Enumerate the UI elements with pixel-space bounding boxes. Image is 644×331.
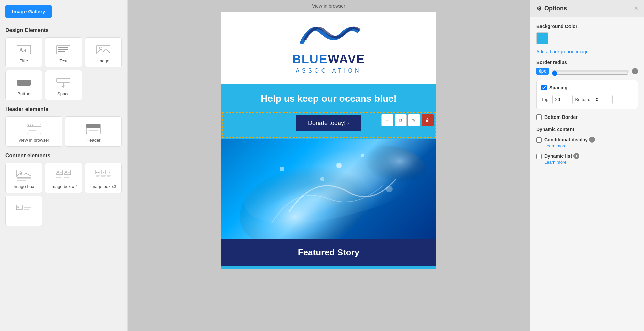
spacing-top-label: Top: (541, 97, 550, 102)
spacing-checkbox[interactable] (541, 85, 547, 90)
dynamic-list-right: Dynamic list i Learn more (544, 153, 579, 165)
email-logo: BLUE WAVE ASSOCIATION (228, 22, 430, 74)
add-background-image-link[interactable]: Add a background image (536, 49, 638, 54)
canvas-area: View in browser BLUE WAVE ASSOCIATION He… (128, 0, 530, 331)
duplicate-icon: ⧉ (399, 117, 402, 123)
spacing-fields: Top: Bottom: (541, 95, 633, 104)
element-card-image-text[interactable] (5, 196, 42, 226)
add-row-button[interactable]: + (381, 114, 393, 126)
element-card-image[interactable]: Image (85, 37, 122, 67)
row-toolbar: + ⧉ ✎ 🗑 (381, 114, 434, 126)
content-elements-grid: Image box Image box x2 (5, 163, 122, 226)
dynamic-list-checkbox[interactable] (536, 154, 542, 159)
image-gallery-button[interactable]: Image Gallery (5, 5, 52, 18)
element-card-header[interactable]: Header (65, 116, 122, 147)
brand-dark: WAVE (328, 52, 365, 66)
element-card-button[interactable]: Button (5, 70, 42, 100)
svg-rect-25 (17, 170, 31, 177)
options-close-button[interactable]: × (634, 5, 638, 12)
design-elements-heading: Design Elements (5, 27, 122, 33)
delete-row-button[interactable]: 🗑 (422, 114, 434, 126)
view-in-browser-text: View in browser (312, 3, 345, 9)
svg-point-17 (30, 124, 31, 126)
image-box-x2-icon (55, 169, 71, 182)
button-card-label: Button (17, 91, 30, 96)
spacing-bottom-label: Bottom: (575, 97, 590, 102)
spacing-bottom-input[interactable] (593, 95, 613, 104)
title-icon: Aa (16, 43, 32, 56)
border-radius-info-icon[interactable]: i (632, 68, 638, 74)
image-box-icon (16, 169, 32, 182)
text-icon (55, 43, 71, 56)
space-icon (55, 76, 71, 89)
svg-point-16 (28, 124, 29, 126)
spacing-section: Spacing Top: Bottom: (536, 80, 638, 109)
header-card-label: Header (86, 138, 101, 143)
svg-point-53 (336, 163, 342, 168)
content-elements-heading: Content elements (5, 153, 122, 159)
email-image-section (221, 139, 436, 239)
border-radius-slider[interactable] (552, 70, 629, 72)
edit-icon: ✎ (412, 117, 416, 123)
spacing-label: Spacing (549, 85, 567, 90)
add-icon: + (386, 117, 389, 123)
element-card-image-box-x2[interactable]: Image box x2 (45, 163, 82, 193)
bottom-border-checkbox[interactable] (536, 114, 542, 120)
conditional-display-right: Conditional display i Learn more (544, 137, 595, 148)
email-bottom-bar (221, 266, 436, 269)
svg-point-55 (320, 177, 324, 181)
email-header-section: BLUE WAVE ASSOCIATION (221, 12, 436, 84)
email-cta-section: Help us keep our oceans blue! (221, 84, 436, 111)
space-card-label: Space (57, 91, 70, 96)
conditional-display-checkbox[interactable] (536, 137, 542, 143)
email-button-row[interactable]: Donate today! › + ⧉ ✎ 🗑 (221, 111, 436, 139)
svg-point-56 (386, 186, 393, 192)
conditional-display-info-icon[interactable]: i (589, 137, 595, 143)
dynamic-content-title: Dynamic content (536, 127, 638, 132)
featured-story-heading: Featured Story (228, 247, 430, 258)
options-header: ⚙ Options × (530, 0, 644, 17)
header-elements-grid: View in browser Header (5, 116, 122, 147)
dynamic-list-learn-more[interactable]: Learn more (544, 160, 579, 165)
element-card-view-browser[interactable]: View in browser (5, 116, 62, 147)
options-title-text: Options (544, 5, 567, 12)
ocean-background (221, 139, 436, 239)
image-box-x3-card-label: Image box x3 (90, 184, 116, 189)
image-text-icon (16, 204, 32, 217)
element-card-space[interactable]: Space (45, 70, 82, 100)
spacing-header: Spacing (541, 85, 633, 90)
image-card-label: Image (97, 58, 109, 63)
duplicate-row-button[interactable]: ⧉ (395, 114, 407, 126)
wave-logo-svg (295, 22, 362, 49)
view-browser-icon (26, 122, 42, 136)
options-panel: ⚙ Options × Background Color Add a backg… (530, 0, 644, 331)
options-body: Background Color Add a background image … (530, 17, 644, 176)
image-box-x2-card-label: Image box x2 (50, 184, 77, 189)
dynamic-list-info-icon[interactable]: i (573, 153, 579, 159)
dynamic-list-row: Dynamic list i Learn more (536, 153, 638, 165)
edit-row-button[interactable]: ✎ (408, 114, 420, 126)
border-radius-input[interactable] (552, 70, 629, 76)
donate-button[interactable]: Donate today! › (296, 115, 361, 131)
svg-point-18 (32, 124, 33, 126)
header-elements-heading: Header elements (5, 106, 122, 112)
image-icon (95, 43, 111, 56)
text-card-label: Text (60, 58, 68, 63)
bottom-border-row: Bottom Border (536, 114, 638, 120)
border-radius-container: 0px i (536, 68, 638, 75)
svg-rect-12 (57, 78, 70, 82)
gear-icon: ⚙ (536, 5, 542, 12)
element-card-image-box-x3[interactable]: Image box x3 (85, 163, 122, 193)
element-card-text[interactable]: Text (45, 37, 82, 67)
spacing-top-input[interactable] (552, 95, 573, 104)
element-card-title[interactable]: Aa Title (5, 37, 42, 67)
border-radius-label: Border radius (536, 60, 638, 65)
background-color-swatch[interactable] (536, 32, 548, 44)
element-card-image-box[interactable]: Image box (5, 163, 42, 193)
border-radius-badge: 0px (536, 68, 549, 75)
image-box-card-label: Image box (14, 184, 34, 189)
left-sidebar: Image Gallery Design Elements Aa Title (0, 0, 128, 331)
brand-name-row: BLUE WAVE (292, 52, 365, 66)
conditional-display-learn-more[interactable]: Learn more (544, 143, 595, 148)
cta-heading: Help us keep our oceans blue! (228, 93, 430, 104)
